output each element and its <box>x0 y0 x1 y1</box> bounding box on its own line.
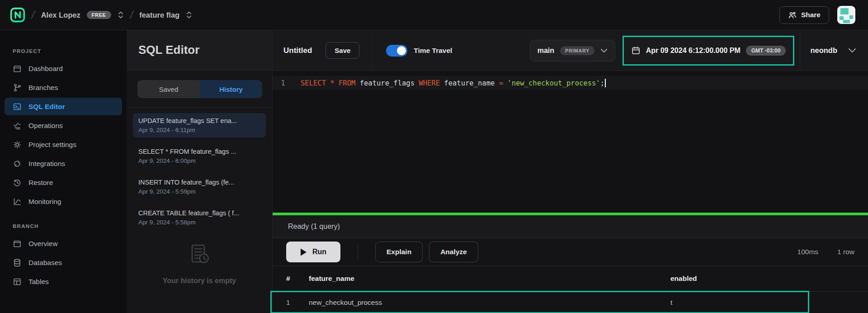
settings-gear-icon <box>13 140 22 149</box>
avatar[interactable] <box>837 6 855 24</box>
sidebar-item-label: Monitoring <box>28 198 61 206</box>
database-selector[interactable]: neondb <box>800 30 868 71</box>
query-actions-row: Run Explain Analyze 100ms 1 row <box>273 238 868 266</box>
run-button[interactable]: Run <box>286 242 340 262</box>
explain-button[interactable]: Explain <box>375 242 423 262</box>
share-button[interactable]: Share <box>779 6 829 24</box>
sql-statement: SELECT * FROM feature_flags WHERE featur… <box>301 79 606 87</box>
history-item[interactable]: UPDATE feature_flags SET ena...Apr 9, 20… <box>133 113 266 138</box>
monitoring-icon <box>13 197 22 206</box>
table-cell: 1 <box>286 299 309 307</box>
dashboard-icon <box>13 64 22 73</box>
sidebar-item-label: Restore <box>28 179 53 187</box>
document-title[interactable]: Untitled <box>283 46 312 55</box>
history-empty-state: Your history is empty <box>127 242 272 285</box>
divider <box>358 243 358 261</box>
sidebar-item-branches[interactable]: Branches <box>5 79 122 96</box>
restore-clock-icon <box>13 178 22 187</box>
empty-history-icon <box>185 242 213 270</box>
sidebar-item-overview[interactable]: Overview <box>5 235 122 252</box>
history-item[interactable]: INSERT INTO feature_flags (fe...Apr 9, 2… <box>133 175 266 199</box>
table-cell: t <box>670 299 868 307</box>
sql-token: SELECT <box>301 79 326 87</box>
sql-token <box>335 79 339 87</box>
results-status-band: Ready (1 query) <box>273 215 868 238</box>
sql-editor-icon <box>13 102 22 111</box>
results-table: #feature_nameenabled 1new_checkout_proce… <box>273 266 868 313</box>
status-text: Ready (1 query) <box>288 223 340 231</box>
project-switcher-icon[interactable] <box>186 10 192 19</box>
history-query-date: Apr 9, 2024 - 5:59pm <box>138 188 260 195</box>
databases-icon <box>13 258 22 267</box>
sidebar-item-label: Dashboard <box>28 65 63 73</box>
sidebar-item-sql-editor[interactable]: SQL Editor <box>5 98 122 115</box>
sidebar-item-monitoring[interactable]: Monitoring <box>5 193 122 210</box>
main-area: Untitled Save Time Travel main PRIMARY <box>273 30 868 313</box>
timezone-badge: GMT -03:00 <box>746 46 786 56</box>
tab-saved[interactable]: Saved <box>137 80 200 98</box>
sidebar-item-operations[interactable]: Operations <box>5 117 122 134</box>
table-cell: new_checkout_process <box>309 299 670 307</box>
time-travel-datetime-picker[interactable]: Apr 09 2024 6:12:00.000 PM GMT -03:00 <box>625 38 793 63</box>
saved-history-tabs: SavedHistory <box>137 80 262 98</box>
column-header: feature_name <box>309 275 670 283</box>
history-query-date: Apr 9, 2024 - 6:11pm <box>138 127 260 133</box>
sidebar-item-integrations[interactable]: Integrations <box>5 155 122 172</box>
empty-history-label: Your history is empty <box>163 277 236 285</box>
history-list: UPDATE feature_flags SET ena...Apr 9, 20… <box>127 108 272 236</box>
chevron-down-icon <box>848 48 856 53</box>
history-query-text: UPDATE feature_flags SET ena... <box>138 117 260 124</box>
sidebar-item-dashboard[interactable]: Dashboard <box>5 60 122 77</box>
column-header: # <box>286 275 309 283</box>
sql-token: feature_flags <box>355 79 419 87</box>
sidebar-item-databases[interactable]: Databases <box>5 254 122 271</box>
time-travel-toggle[interactable] <box>386 45 407 57</box>
sql-code-editor[interactable]: 1 SELECT * FROM feature_flags WHERE feat… <box>273 71 868 213</box>
sidebar-item-tables[interactable]: Tables <box>5 273 122 290</box>
analyze-button[interactable]: Analyze <box>429 242 478 262</box>
breadcrumb: / Alex Lopez FREE / feature flag <box>10 7 192 23</box>
save-button[interactable]: Save <box>326 42 359 59</box>
branch-name: main <box>538 47 554 55</box>
sql-token <box>503 79 507 87</box>
history-query-date: Apr 9, 2024 - 6:00pm <box>138 157 260 164</box>
sidebar-item-project-settings[interactable]: Project settings <box>5 136 122 153</box>
tab-history[interactable]: History <box>200 80 262 98</box>
history-query-text: INSERT INTO feature_flags (fe... <box>138 179 260 186</box>
toggle-knob <box>397 46 406 55</box>
history-item[interactable]: SELECT * FROM feature_flags ...Apr 9, 20… <box>133 144 266 168</box>
branch-selector[interactable]: main PRIMARY <box>530 40 615 62</box>
sql-editor-panel: SQL Editor SavedHistory UPDATE feature_f… <box>127 30 273 313</box>
sql-token: FROM <box>339 79 355 87</box>
plan-badge: FREE <box>87 11 111 19</box>
history-query-date: Apr 9, 2024 - 5:58pm <box>138 219 260 226</box>
sidebar: PROJECTDashboardBranchesSQL EditorOperat… <box>0 30 127 313</box>
time-travel-label: Time Travel <box>414 47 452 55</box>
table-row[interactable]: 1new_checkout_processt <box>273 292 868 313</box>
datetime-value: Apr 09 2024 6:12:00.000 PM <box>646 47 741 55</box>
query-duration: 100ms <box>797 248 819 256</box>
sql-token: ; <box>600 79 604 87</box>
row-count: 1 row <box>837 248 854 256</box>
calendar-icon <box>631 46 641 55</box>
neon-logo-icon[interactable] <box>10 7 25 23</box>
sidebar-section-label: PROJECT <box>0 48 127 58</box>
sql-token <box>326 79 330 87</box>
org-switcher-icon[interactable] <box>118 10 124 19</box>
history-item[interactable]: CREATE TABLE feature_flags ( f...Apr 9, … <box>133 205 266 230</box>
sidebar-item-label: Databases <box>28 259 62 267</box>
top-bar: / Alex Lopez FREE / feature flag <box>0 0 868 30</box>
line-number: 1 <box>273 79 293 87</box>
sidebar-item-label: Overview <box>28 240 58 248</box>
play-icon <box>300 248 307 256</box>
project-name[interactable]: feature flag <box>139 11 179 19</box>
sidebar-item-label: SQL Editor <box>28 103 65 111</box>
panel-title-band: SQL Editor <box>127 30 272 70</box>
table-body: 1new_checkout_processt <box>273 292 868 313</box>
sql-token: 'new_checkout_process' <box>507 79 600 87</box>
sidebar-item-restore[interactable]: Restore <box>5 174 122 191</box>
people-icon <box>788 11 797 19</box>
org-name[interactable]: Alex Lopez <box>41 11 80 19</box>
sidebar-section-label: BRANCH <box>0 223 127 233</box>
share-button-label: Share <box>801 11 821 19</box>
